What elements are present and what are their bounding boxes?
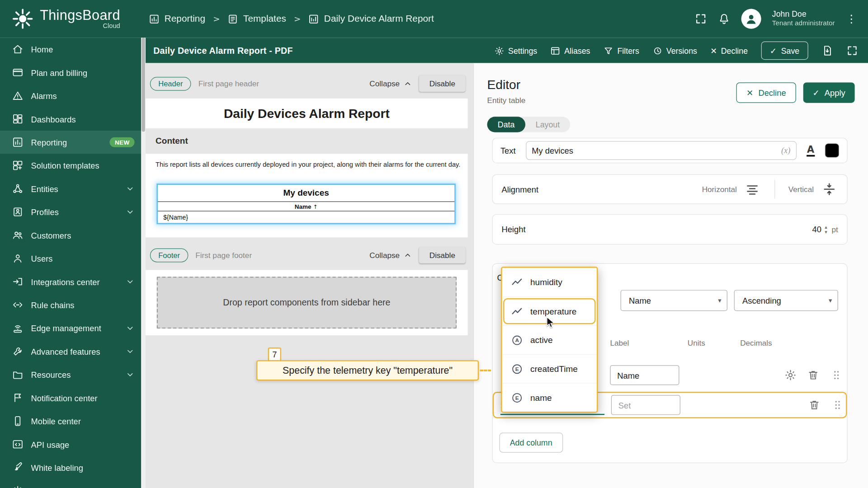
drag-handle-icon[interactable]	[831, 399, 844, 411]
breadcrumb-reporting[interactable]: Reporting	[149, 13, 205, 24]
header-collapse-button[interactable]: Collapse	[369, 79, 412, 88]
sidebar-item-api-usage[interactable]: API usage	[0, 433, 141, 456]
delete-column-trash-icon[interactable]	[808, 399, 821, 411]
dropdown-item-label: humidity	[530, 277, 562, 287]
font-color-icon[interactable]: A	[807, 145, 815, 157]
dropdown-item-active[interactable]: A active	[502, 325, 597, 354]
sidebar-item-advanced-features[interactable]: Advanced features	[0, 340, 141, 363]
header-disable-button[interactable]: Disable	[419, 75, 466, 92]
sidebar-item-plan-billing[interactable]: Plan and billing	[0, 61, 141, 84]
sidebar-item-profiles[interactable]: Profiles	[0, 200, 141, 223]
column-header-label: Label	[610, 338, 629, 347]
sidebar-item-label: Edge management	[31, 324, 118, 333]
tab-data[interactable]: Data	[487, 117, 525, 132]
column-settings-gear-icon[interactable]	[784, 369, 797, 381]
align-vertical-center-icon[interactable]	[821, 180, 838, 198]
height-input[interactable]	[800, 225, 821, 234]
settings-button[interactable]: Settings	[494, 46, 537, 56]
alignment-label: Alignment	[501, 184, 538, 194]
sidebar-item-mobile-center[interactable]: Mobile center	[0, 409, 141, 432]
entity-field-icon: E	[511, 391, 523, 404]
breadcrumb: Reporting > Templates > Daily Device Ala…	[149, 13, 434, 24]
sort-order-select[interactable]: Ascending ▾	[734, 290, 838, 311]
dropdown-item-label: active	[530, 335, 553, 345]
integrations-icon	[12, 276, 23, 287]
editor-apply-button[interactable]: ✓ Apply	[803, 82, 855, 103]
timeseries-icon	[511, 305, 523, 317]
chevron-down-icon	[126, 370, 135, 379]
dropdown-item-name[interactable]: E name	[502, 383, 597, 412]
delete-column-trash-icon[interactable]	[807, 369, 819, 381]
sidebar-item-entities[interactable]: Entities	[0, 177, 141, 200]
sidebar-item-settings[interactable]: Settings	[0, 479, 141, 488]
profiles-icon	[12, 206, 23, 217]
entity-table-cell: ${Name}	[158, 211, 454, 223]
fx-function-icon[interactable]: (x)	[781, 146, 790, 155]
tutorial-callout: Specify the telemetry key "temperature"	[256, 360, 479, 380]
expand-icon[interactable]	[846, 45, 858, 56]
height-stepper[interactable]: ▴ ▾	[825, 225, 827, 235]
align-horizontal-center-icon[interactable]	[744, 180, 761, 198]
chevron-down-icon	[126, 277, 135, 286]
solution-templates-icon	[12, 160, 23, 171]
component-dropzone[interactable]: Drop report components from sidebar here	[157, 277, 457, 328]
sidebar-item-resources[interactable]: Resources	[0, 363, 141, 386]
more-menu-icon[interactable]: ⋮	[846, 12, 857, 25]
thingsboard-logo-icon	[11, 7, 34, 30]
versions-label: Versions	[666, 46, 697, 55]
sidebar-item-notification-center[interactable]: Notification center	[0, 386, 141, 409]
report-content-widget[interactable]: This report lists all devices currently …	[146, 154, 468, 237]
text-input[interactable]	[532, 146, 781, 155]
sidebar-item-reporting[interactable]: Reporting NEW	[0, 131, 141, 154]
notifications-bell-icon[interactable]	[718, 13, 730, 25]
versions-button[interactable]: Versions	[652, 46, 697, 56]
brand[interactable]: ThingsBoard Cloud	[0, 7, 120, 30]
sidebar-item-customers[interactable]: Customers	[0, 224, 141, 247]
sidebar: Home Plan and billing Alarms Dashboards …	[0, 38, 141, 488]
header-section-subtitle: First page header	[198, 79, 259, 88]
color-swatch[interactable]	[825, 143, 839, 158]
column-label-input[interactable]	[611, 395, 680, 415]
sidebar-item-dashboards[interactable]: Dashboards	[0, 108, 141, 131]
download-pdf-icon[interactable]	[821, 45, 833, 56]
fullscreen-icon[interactable]	[694, 13, 707, 25]
footer-collapse-button[interactable]: Collapse	[369, 251, 412, 260]
stepper-down-icon[interactable]: ▾	[825, 230, 827, 235]
footer-disable-button[interactable]: Disable	[419, 247, 466, 263]
sidebar-item-users[interactable]: Users	[0, 247, 141, 270]
stepper-up-icon[interactable]: ▴	[825, 225, 827, 230]
breadcrumb-separator: >	[294, 14, 301, 24]
dropdown-item-humidity[interactable]: humidity	[502, 268, 597, 297]
sidebar-item-white-labeling[interactable]: White labeling	[0, 456, 141, 479]
filters-button[interactable]: Filters	[604, 46, 639, 56]
avatar[interactable]	[741, 9, 761, 29]
sidebar-item-solution-templates[interactable]: Solution templates	[0, 154, 141, 177]
sidebar-item-integrations[interactable]: Integrations center	[0, 270, 141, 293]
report-header-widget[interactable]: Daily Devices Alarm Report	[146, 99, 468, 128]
filter-icon	[604, 46, 613, 56]
text-field-label: Text	[500, 146, 516, 155]
scrollbar-thumb[interactable]	[142, 38, 145, 131]
user-info[interactable]: John Doe Tenant administrator	[772, 9, 835, 28]
sidebar-scrollbar[interactable]	[141, 38, 146, 488]
tab-layout[interactable]: Layout	[525, 117, 571, 132]
sidebar-item-rule-chains[interactable]: Rule chains	[0, 293, 141, 316]
sidebar-item-edge-management[interactable]: Edge management	[0, 316, 141, 339]
sidebar-item-home[interactable]: Home	[0, 38, 141, 61]
entity-table-widget[interactable]: My devices Name ↑ ${Name}	[157, 184, 456, 224]
text-field[interactable]: (x)	[526, 141, 797, 160]
column-label-input[interactable]	[610, 365, 679, 385]
save-button[interactable]: ✓ Save	[761, 42, 808, 60]
sort-property-select[interactable]: Name ▾	[621, 290, 727, 311]
breadcrumb-report[interactable]: Daily Device Alarm Report	[309, 13, 434, 24]
aliases-button[interactable]: Aliases	[551, 46, 590, 56]
close-icon: ✕	[746, 88, 753, 98]
drag-handle-icon[interactable]	[830, 369, 843, 381]
editor-decline-button[interactable]: ✕ Decline	[736, 82, 796, 103]
decline-button[interactable]: ✕ Decline	[710, 46, 748, 55]
add-column-button[interactable]: Add column	[499, 433, 562, 453]
dropdown-item-createdtime[interactable]: E createdTime	[502, 354, 597, 383]
breadcrumb-templates[interactable]: Templates	[228, 13, 286, 24]
sidebar-item-alarms[interactable]: Alarms	[0, 84, 141, 107]
sort-arrow-icon: ↑	[313, 203, 317, 209]
